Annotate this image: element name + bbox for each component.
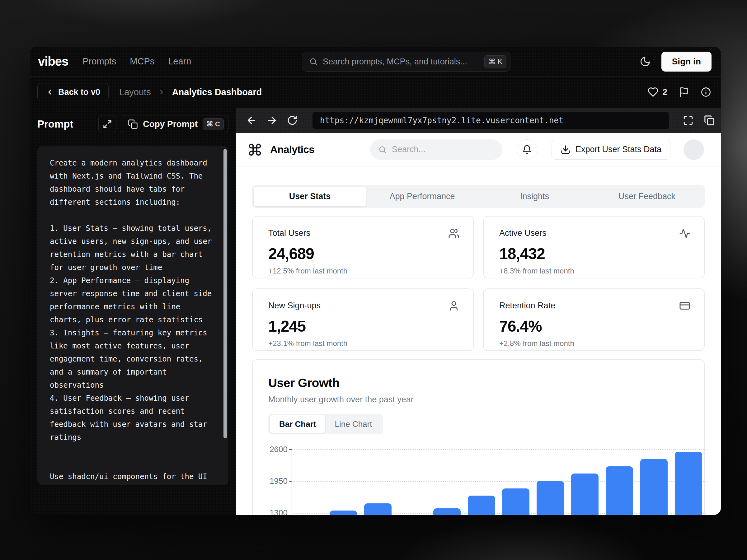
prompt-panel: Prompt Copy Prompt ⌘ C Create a modern a [30, 108, 236, 515]
y-axis-line [292, 448, 292, 515]
stat-value: 24,689 [268, 245, 459, 263]
browser-back-icon[interactable] [246, 115, 257, 126]
heart-icon [647, 86, 659, 98]
y-axis-tick-1300: 1300 [256, 508, 288, 515]
y-axis-tick-2600: 2600 [256, 445, 288, 454]
stat-card-total-users: Total Users24,689+12.5% from last month [252, 216, 474, 278]
stat-card-active-users: Active Users18,432+8.3% from last month [483, 216, 705, 278]
fullscreen-icon[interactable] [683, 115, 693, 126]
analytics-header: Analytics Search... Export User Stats Da… [236, 133, 721, 166]
bell-icon [522, 145, 532, 155]
chevron-right-icon [158, 88, 165, 96]
bar-Jul[interactable] [502, 488, 530, 515]
bar-Oct[interactable] [606, 466, 633, 515]
flag-icon[interactable] [678, 87, 689, 97]
bar-Sep[interactable] [571, 474, 598, 515]
copy-icon [128, 119, 138, 129]
stat-cards-row-1: Total Users24,689+12.5% from last monthA… [252, 216, 705, 278]
y-axis-tick-1950: 1950 [256, 476, 288, 486]
breadcrumb-section[interactable]: Layouts [119, 87, 151, 97]
bar-Feb[interactable] [330, 510, 357, 515]
stat-label: Active Users [499, 229, 690, 238]
search-icon [378, 145, 387, 154]
prompt-text-card[interactable]: Create a modern analytics dashboard with… [37, 146, 229, 485]
y-axis-tickmark [289, 449, 292, 450]
activity-icon [679, 228, 690, 239]
gridline-1950 [292, 481, 705, 482]
tab-app-performance[interactable]: App Performance [366, 187, 479, 206]
breadcrumb-bar: Back to v0 Layouts Analytics Dashboard 2 [30, 77, 721, 108]
tab-insights[interactable]: Insights [479, 187, 591, 206]
desktop-background: vibes PromptsMCPsLearn Search prompts, M… [0, 0, 747, 560]
url-bar[interactable]: https://kzmjqewnml7yx7pstny2.lite.vuserc… [312, 112, 669, 129]
breadcrumb: Layouts Analytics Dashboard [119, 87, 262, 97]
copy-shortcut-badge: ⌘ C [203, 118, 224, 130]
info-icon[interactable] [700, 86, 712, 98]
open-in-new-tab-icon[interactable] [704, 115, 715, 126]
stat-change: +23.1% from last month [268, 339, 459, 348]
stat-value: 18,432 [499, 245, 690, 263]
back-to-v0-button[interactable]: Back to v0 [37, 83, 109, 101]
app-search-placeholder: Search... [392, 145, 426, 154]
export-user-stats-button[interactable]: Export User Stats Data [551, 140, 670, 160]
nav-link-prompts[interactable]: Prompts [82, 56, 116, 66]
tab-user-feedback[interactable]: User Feedback [591, 187, 703, 206]
stat-value: 1,245 [268, 317, 459, 336]
prompt-panel-title: Prompt [37, 118, 74, 130]
breadcrumb-page-title: Analytics Dashboard [172, 87, 262, 97]
nav-link-learn[interactable]: Learn [168, 56, 191, 66]
back-button-label: Back to v0 [58, 87, 100, 97]
dashboard-tabs: User StatsApp PerformanceInsightsUser Fe… [252, 185, 705, 208]
export-button-label: Export User Stats Data [575, 145, 662, 154]
url-text: https://kzmjqewnml7yx7pstny2.lite.vuserc… [320, 116, 564, 125]
bar-Mar[interactable] [364, 503, 391, 515]
user-icon [448, 300, 459, 312]
bar-Nov[interactable] [640, 459, 668, 515]
app-title: Analytics [270, 144, 314, 156]
tab-user-stats[interactable]: User Stats [254, 187, 366, 206]
stat-change: +2.8% from last month [499, 339, 690, 348]
bar-Jun[interactable] [468, 496, 495, 515]
preview-panel: https://kzmjqewnml7yx7pstny2.lite.vuserc… [236, 108, 721, 515]
copy-prompt-button[interactable]: Copy Prompt ⌘ C [121, 115, 229, 133]
y-axis-tickmark [289, 481, 292, 482]
stat-cards-row-2: New Sign-ups1,245+23.1% from last monthR… [252, 288, 705, 351]
nav-links: PromptsMCPsLearn [82, 56, 191, 66]
toggle-line-chart[interactable]: Line Chart [325, 415, 381, 433]
stat-card-retention-rate: Retention Rate76.4%+2.8% from last month [483, 288, 705, 351]
preview-content: Analytics Search... Export User Stats Da… [236, 133, 721, 515]
nav-link-mcps[interactable]: MCPs [130, 56, 154, 66]
bar-Dec[interactable] [675, 452, 702, 515]
dark-mode-moon-icon[interactable] [640, 56, 651, 67]
stat-card-new-sign-ups: New Sign-ups1,245+23.1% from last month [252, 288, 474, 351]
browser-forward-icon[interactable] [266, 115, 278, 126]
prompt-scrollbar[interactable] [224, 149, 227, 438]
prompt-text: Create a modern analytics dashboard with… [50, 157, 214, 485]
user-avatar[interactable] [684, 139, 704, 160]
global-search-input[interactable]: Search prompts, MCPs, and tutorials... ⌘… [302, 52, 511, 72]
stat-change: +12.5% from last month [268, 267, 459, 275]
gridline-1300 [292, 513, 705, 514]
sign-in-button[interactable]: Sign in [662, 52, 712, 72]
expand-prompt-button[interactable] [98, 115, 117, 133]
users-icon [448, 228, 459, 239]
global-search-placeholder: Search prompts, MCPs, and tutorials... [323, 57, 479, 66]
stat-label: New Sign-ups [268, 301, 459, 311]
toggle-bar-chart[interactable]: Bar Chart [270, 415, 325, 433]
top-nav: vibes PromptsMCPsLearn Search prompts, M… [30, 47, 721, 77]
like-control[interactable]: 2 [647, 86, 667, 98]
vibes-logo[interactable]: vibes [38, 54, 68, 69]
credit-card-icon [679, 300, 690, 312]
download-icon [561, 145, 570, 155]
browser-refresh-icon[interactable] [287, 115, 298, 126]
stat-label: Total Users [268, 229, 459, 238]
stat-change: +8.3% from last month [499, 267, 690, 275]
chevron-left-icon [46, 88, 54, 96]
notifications-button[interactable] [517, 139, 537, 160]
search-shortcut-badge: ⌘ K [484, 55, 507, 68]
app-search-input[interactable]: Search... [370, 139, 503, 160]
maximize-icon [103, 119, 112, 129]
vibes-app-window: vibes PromptsMCPsLearn Search prompts, M… [30, 47, 721, 515]
bar-Aug[interactable] [537, 481, 564, 515]
bar-May[interactable] [433, 508, 461, 515]
